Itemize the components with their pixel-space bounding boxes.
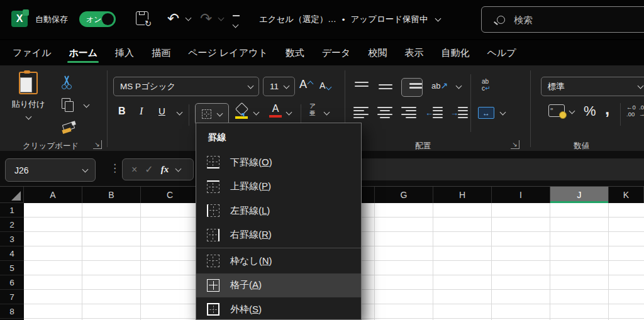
menu-item-top-border[interactable]: 上罫線(P) (196, 175, 361, 199)
decrease-decimal-button[interactable]: .00 →0 (639, 104, 644, 118)
document-title[interactable]: エクセル（選定）… • アップロード保留中 (259, 14, 440, 25)
menu-item-right-border[interactable]: 右罫線(R) (196, 223, 361, 248)
align-left-button[interactable] (353, 107, 369, 118)
font-name-select[interactable]: MS Pゴシック (113, 77, 259, 96)
font-color-button[interactable]: A (269, 103, 282, 118)
menu-item-all-borders[interactable]: 格子(A) (196, 273, 361, 298)
menu-item-bottom-border[interactable]: 下罫線(O) (196, 150, 361, 175)
comma-style-button[interactable]: , (605, 99, 609, 119)
select-all-button[interactable] (0, 187, 24, 203)
number-format-select[interactable]: 標準 (541, 77, 644, 96)
tab-view[interactable]: 表示 (396, 41, 432, 65)
merge-center-button[interactable]: ↔ (478, 107, 494, 119)
menu-item-left-border[interactable]: 左罫線(L) (196, 199, 361, 223)
left-border-icon (207, 204, 219, 217)
underline-chevron-icon[interactable] (177, 109, 183, 116)
decrease-font-size-button[interactable]: A (319, 80, 325, 91)
italic-button[interactable]: I (140, 106, 143, 117)
fx-chevron-icon[interactable] (175, 165, 182, 172)
search-input[interactable] (513, 14, 628, 26)
name-box-input[interactable] (13, 165, 72, 176)
redo-button[interactable]: ↷ (200, 10, 212, 28)
tab-help[interactable]: ヘルプ (478, 41, 525, 65)
tab-data[interactable]: データ (313, 41, 360, 65)
title-chevron-icon (435, 16, 441, 22)
fill-color-chevron-icon[interactable] (253, 109, 260, 116)
row-header-2[interactable]: 2 (0, 218, 24, 232)
accounting-format-button[interactable]: ¤ (548, 104, 565, 117)
merge-arrows-icon: ↔ (482, 109, 490, 118)
number-format-chevron-icon (638, 82, 644, 89)
row-header-3[interactable]: 3 (0, 232, 24, 246)
customize-toolbar-icon[interactable] (233, 15, 240, 30)
row-header-6[interactable]: 6 (0, 275, 24, 290)
name-box[interactable] (5, 158, 96, 182)
cut-button[interactable] (60, 75, 74, 89)
row-header-4[interactable]: 4 (0, 246, 24, 261)
column-header-b[interactable]: B (82, 187, 141, 203)
orientation-button[interactable]: ab↗ (431, 80, 448, 91)
bold-button[interactable]: B (118, 106, 126, 117)
column-header-c[interactable]: C (141, 187, 199, 203)
phonetic-chevron-icon[interactable] (324, 109, 330, 116)
increase-decimal-button[interactable]: ←0 .00 (626, 104, 636, 118)
row-header-7[interactable]: 7 (0, 290, 24, 304)
tab-insert[interactable]: 挿入 (106, 41, 143, 65)
orientation-chevron-icon[interactable] (456, 83, 462, 89)
clipboard-dialog-launcher-icon[interactable]: ↘ (93, 140, 102, 149)
tab-draw[interactable]: 描画 (143, 41, 179, 65)
bullet-separator: • (342, 15, 345, 25)
borders-button[interactable] (195, 103, 229, 125)
copy-button[interactable] (62, 98, 74, 112)
copy-chevron-icon[interactable] (84, 102, 90, 108)
column-header-g[interactable]: G (375, 187, 433, 203)
undo-chevron-icon[interactable] (186, 15, 192, 21)
save-icon[interactable]: ↻ (136, 11, 148, 25)
accounting-chevron-icon[interactable] (569, 108, 575, 114)
menu-item-outside-borders[interactable]: 外枠(S) (196, 297, 361, 320)
increase-indent-button[interactable]: → (450, 107, 468, 118)
fill-color-button[interactable] (235, 104, 249, 119)
font-size-select[interactable]: 11 (263, 77, 295, 96)
align-center-button[interactable] (377, 107, 392, 118)
decrease-indent-button[interactable]: ← (425, 107, 443, 118)
paste-chevron-icon[interactable] (25, 114, 31, 120)
autosave-toggle[interactable]: オン (79, 11, 116, 27)
percent-style-button[interactable]: % (584, 103, 596, 119)
tab-file[interactable]: ファイル (4, 41, 60, 65)
column-header-i[interactable]: I (492, 187, 550, 203)
align-right-button[interactable] (401, 107, 416, 118)
increase-font-size-button[interactable]: A (299, 78, 307, 91)
tab-page-layout[interactable]: ページ レイアウト (179, 41, 277, 65)
align-top-button[interactable] (355, 82, 369, 92)
menu-item-no-border[interactable]: 枠なし(N) (196, 249, 361, 273)
wrap-text-button[interactable]: ab c↵ (482, 78, 490, 92)
search-box[interactable] (481, 6, 644, 33)
align-middle-button[interactable] (379, 82, 392, 92)
tab-automate[interactable]: 自動化 (432, 41, 478, 65)
column-header-k[interactable]: K (609, 187, 644, 203)
tab-home[interactable]: ホーム (60, 41, 106, 65)
excel-app-icon[interactable]: X (11, 11, 28, 27)
tab-formulas[interactable]: 数式 (277, 41, 313, 65)
row-header-5[interactable]: 5 (0, 261, 24, 275)
paste-button[interactable]: 貼り付け (9, 72, 48, 121)
cancel-icon[interactable]: × (131, 164, 137, 175)
tab-review[interactable]: 校閲 (359, 41, 396, 65)
alignment-dialog-launcher-icon[interactable]: ↘ (511, 140, 519, 149)
row-header-8[interactable]: 8 (0, 304, 24, 319)
column-header-j-selected[interactable]: J (550, 187, 609, 203)
font-color-chevron-icon[interactable] (286, 109, 292, 116)
formula-bar-resize-handle[interactable]: ⋮ (109, 162, 120, 175)
column-header-a[interactable]: A (24, 187, 82, 203)
align-bottom-button[interactable] (401, 78, 423, 97)
format-painter-button[interactable] (62, 121, 77, 135)
insert-function-button[interactable]: fx (161, 164, 169, 175)
merge-chevron-icon[interactable] (500, 109, 506, 116)
column-header-h[interactable]: H (433, 187, 492, 203)
enter-icon[interactable]: ✓ (145, 163, 153, 175)
undo-button[interactable]: ↶ (167, 10, 179, 28)
row-header-1[interactable]: 1 (0, 203, 24, 218)
phonetic-button[interactable]: ア 亜 (309, 103, 316, 117)
underline-button[interactable]: U (158, 106, 165, 116)
